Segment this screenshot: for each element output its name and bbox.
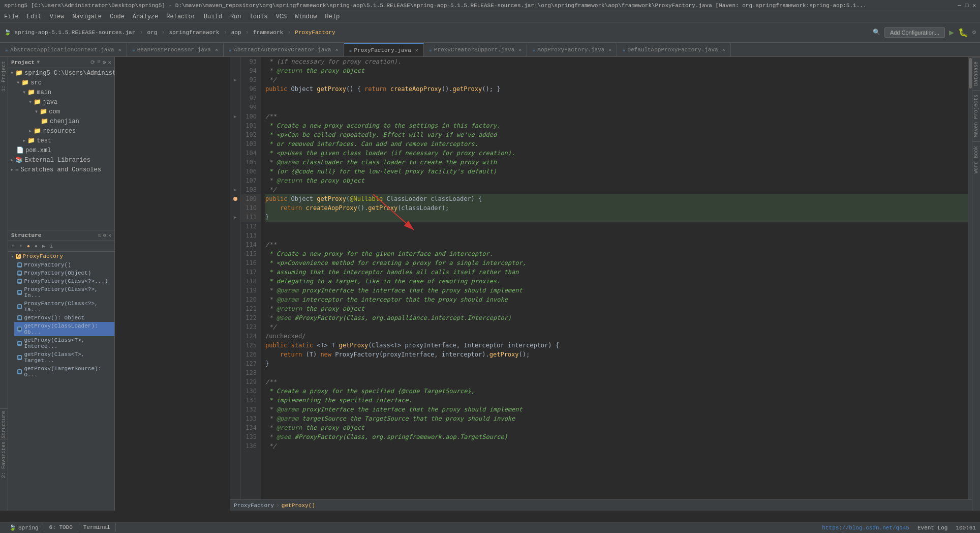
menu-analyze[interactable]: Analyze (129, 11, 162, 22)
close-btn[interactable]: ✕ (972, 2, 976, 9)
menu-file[interactable]: File (0, 11, 23, 22)
tab-beanpostprocessor[interactable]: ☕ BeanPostProcessor.java ✕ (127, 43, 224, 56)
struct-item-8[interactable]: m getProxy(Class<T>, Interce... (14, 336, 114, 350)
menu-build[interactable]: Build (200, 11, 226, 22)
tab-proxyfactory[interactable]: ☕ ProxyFactory.java ✕ (344, 43, 424, 56)
struct-item-2[interactable]: m ProxyFactory(Object) (14, 269, 114, 277)
breakpoint-dot[interactable] (233, 197, 237, 201)
struct-btn-4[interactable]: ● (33, 243, 39, 250)
favorites-left-tab[interactable]: 2: Favorites (0, 439, 8, 480)
menu-refactor[interactable]: Refactor (162, 11, 200, 22)
favorites-tab-label[interactable]: 2: Favorites (0, 439, 8, 480)
menu-code[interactable]: Code (106, 11, 129, 22)
structure-gear-icon[interactable]: ⚙ (103, 232, 106, 239)
breadcrumb-framework[interactable]: framework (253, 29, 283, 36)
breadcrumb-proxyfactory[interactable]: ProxyFactory (295, 29, 335, 36)
menu-vcs[interactable]: VCS (272, 11, 291, 22)
add-configuration-button[interactable]: Add Configuration... (884, 27, 945, 38)
struct-class-proxyfactory[interactable]: ▾ C ProxyFactory (8, 252, 114, 261)
menu-window[interactable]: Window (291, 11, 321, 22)
menu-run[interactable]: Run (226, 11, 246, 22)
bc-proxyfactory[interactable]: ProxyFactory (234, 502, 274, 509)
right-scrollbar[interactable] (968, 57, 972, 499)
menu-edit[interactable]: Edit (23, 11, 46, 22)
tab-proxycreatorsuport[interactable]: ☕ ProxyCreatorSupport.java ✕ (424, 43, 528, 56)
tab-close-3[interactable]: ✕ (335, 47, 338, 53)
code-content[interactable]: * (if necessary for proxy creation). * @… (261, 57, 968, 499)
tree-item-main[interactable]: ▾ 📁 main (8, 87, 114, 97)
struct-item-9[interactable]: m getProxy(Class<T>, Target... (14, 350, 114, 365)
spring-tab[interactable]: 🍃 Spring (4, 523, 44, 532)
code-text-102: * <p>Can be called repeatedly. Effect wi… (265, 130, 497, 139)
breadcrumb-springframework[interactable]: springframework (169, 29, 219, 36)
struct-item-1[interactable]: m ProxyFactory() (14, 261, 114, 269)
tab-defaultaopproxyfactory[interactable]: ☕ DefaultAopProxyFactory.java ✕ (617, 43, 730, 56)
menu-view[interactable]: View (46, 11, 69, 22)
breadcrumb-org[interactable]: org (147, 29, 157, 36)
tree-item-test[interactable]: ▸ 📁 test (8, 136, 114, 145)
tree-item-chenjian[interactable]: 📁 chenjian (8, 116, 114, 126)
tree-item-external-libs[interactable]: ▸ 📚 External Libraries (8, 155, 114, 165)
sidebar-dropdown-icon[interactable]: ▼ (37, 60, 40, 65)
todo-tab[interactable]: 6: TODO (44, 523, 78, 532)
menu-navigate[interactable]: Navigate (68, 11, 106, 22)
struct-btn-2[interactable]: ⬆ (18, 243, 24, 250)
tree-item-scratches[interactable]: ▸ ✏ Scratches and Consoles (8, 165, 114, 174)
search-icon[interactable]: 🔍 (873, 28, 880, 36)
struct-item-3[interactable]: m ProxyFactory(Class<?>...) (14, 277, 114, 285)
structure-close-icon[interactable]: ✕ (108, 232, 111, 239)
tree-item-pomxml[interactable]: 📄 pom.xml (8, 145, 114, 155)
project-icon: 📁 (15, 69, 23, 77)
tab-icon-3: ☕ (229, 47, 232, 53)
tree-item-src[interactable]: ▾ 📁 src (8, 78, 114, 87)
tab-abstractautoproxycreator[interactable]: ☕ AbstractAutoProxyCreator.java ✕ (224, 43, 344, 56)
project-vertical-tab[interactable]: 1: Project (0, 59, 8, 94)
word-book-tab[interactable]: Word Book (972, 141, 980, 177)
tab-close-1[interactable]: ✕ (118, 47, 121, 53)
sidebar-sync-icon[interactable]: ⟳ (90, 59, 95, 66)
debug-icon[interactable]: 🐛 (958, 27, 968, 38)
bc-getproxy[interactable]: getProxy() (282, 502, 315, 509)
struct-item-label-3: ProxyFactory(Class<?>...) (24, 278, 108, 284)
menu-help[interactable]: Help (321, 11, 344, 22)
struct-btn-6[interactable]: i (48, 243, 54, 250)
title-text: spring5 [C:\Users\Administrator\Desktop\… (4, 3, 954, 9)
tree-item-spring5[interactable]: ▾ 📁 spring5 C:\Users\Administrator\ (8, 68, 114, 78)
struct-item-10[interactable]: m getProxy(TargetSource): O... (14, 365, 114, 379)
tab-close-2[interactable]: ✕ (215, 47, 218, 53)
struct-btn-1[interactable]: ≡ (10, 243, 16, 250)
tab-close-7[interactable]: ✕ (722, 47, 725, 53)
database-tab[interactable]: Database (972, 57, 980, 90)
sidebar-close-icon[interactable]: ✕ (108, 59, 111, 66)
tab-close-5[interactable]: ✕ (518, 47, 522, 53)
tree-item-com[interactable]: ▾ 📁 com (8, 107, 114, 116)
tree-item-resources[interactable]: ▸ 📁 resources (8, 126, 114, 136)
sidebar-collapse-icon[interactable]: ≡ (97, 59, 101, 66)
code-text-104: * <p>Uses the given class loader (if nec… (265, 149, 515, 158)
structure-sort-icon[interactable]: ⇅ (98, 232, 101, 239)
menu-tools[interactable]: Tools (246, 11, 272, 22)
tab-close-4[interactable]: ✕ (415, 47, 418, 53)
maven-projects-tab[interactable]: Maven Projects (972, 90, 980, 141)
minimize-btn[interactable]: ─ (958, 3, 961, 9)
terminal-tab[interactable]: Terminal (78, 523, 116, 532)
struct-item-7[interactable]: m getProxy(ClassLoader): Ob... (14, 322, 114, 336)
maximize-btn[interactable]: □ (965, 3, 969, 9)
event-log-btn[interactable]: Event Log (917, 525, 947, 531)
struct-btn-5[interactable]: ▶ (41, 243, 47, 250)
struct-item-4[interactable]: m ProxyFactory(Class<?>, In... (14, 285, 114, 300)
struct-btn-3[interactable]: ● (25, 243, 32, 250)
tab-abstractapplicationcontext[interactable]: ☕ AbstractApplicationContext.java ✕ (0, 43, 127, 56)
scrollbar-thumb[interactable] (969, 58, 972, 88)
tab-aopproxyfactory[interactable]: ☕ AopProxyFactory.java ✕ (527, 43, 617, 56)
gutter-94 (230, 66, 240, 75)
gutter-108: ▶ (230, 185, 240, 194)
tree-item-java[interactable]: ▾ 📁 java (8, 97, 114, 107)
settings-icon[interactable]: ⚙ (972, 28, 976, 36)
tab-close-6[interactable]: ✕ (608, 47, 611, 53)
struct-item-6[interactable]: m getProxy(): Object (14, 314, 114, 322)
breadcrumb-aop[interactable]: aop (231, 29, 241, 36)
struct-item-5[interactable]: m ProxyFactory(Class<?>, Ta... (14, 300, 114, 314)
sidebar-gear-icon[interactable]: ⚙ (103, 59, 106, 66)
run-icon[interactable]: ▶ (949, 27, 954, 38)
